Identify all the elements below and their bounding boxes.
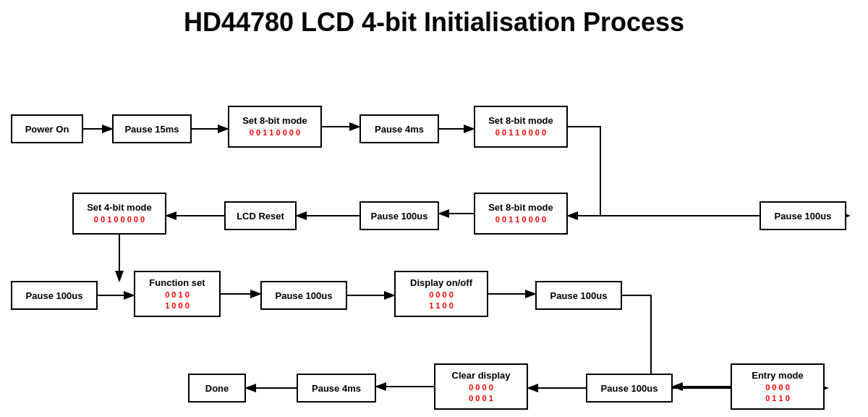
node-power-on: Power On (11, 114, 83, 143)
node-pause-100us-5: Pause 100us (535, 281, 622, 310)
node-pause-100us-4: Pause 100us (260, 281, 347, 310)
node-label-set-8bit-2: Set 8-bit mode (488, 115, 553, 126)
node-bits-function-set: 0 0 1 0 1 0 0 0 (165, 290, 190, 311)
node-set-4bit: Set 4-bit mode0 0 1 0 0 0 0 0 (72, 193, 166, 235)
node-pause-100us-2: Pause 100us (359, 201, 439, 230)
node-label-clear-display: Clear display (452, 370, 511, 381)
node-label-pause-100us-4: Pause 100us (276, 290, 333, 301)
node-pause-100us-1: Pause 100us (760, 201, 846, 230)
node-display-onoff: Display on/off0 0 0 0 1 1 0 0 (394, 271, 488, 317)
node-entry-mode: Entry mode0 0 0 0 0 1 1 0 (731, 363, 825, 410)
node-label-set-8bit-3: Set 8-bit mode (488, 202, 553, 213)
node-lcd-reset: LCD Reset (224, 201, 297, 230)
node-label-pause-100us-1: Pause 100us (775, 211, 832, 222)
node-set-8bit-2: Set 8-bit mode0 0 1 1 0 0 0 0 (474, 106, 568, 148)
node-label-function-set: Function set (149, 277, 205, 288)
node-pause-4ms-1: Pause 4ms (359, 114, 439, 143)
node-bits-set-8bit-3: 0 0 1 1 0 0 0 0 (495, 214, 546, 224)
node-label-lcd-reset: LCD Reset (237, 211, 284, 222)
node-label-pause-15ms: Pause 15ms (124, 124, 179, 135)
node-bits-set-8bit-1: 0 0 1 1 0 0 0 0 (250, 127, 300, 138)
node-pause-15ms: Pause 15ms (112, 114, 192, 143)
node-bits-clear-display: 0 0 0 0 0 0 0 1 (469, 382, 493, 403)
node-set-8bit-1: Set 8-bit mode0 0 1 1 0 0 0 0 (228, 106, 322, 148)
node-bits-display-onoff: 0 0 0 0 1 1 0 0 (429, 290, 454, 311)
node-label-pause-100us-6: Pause 100us (601, 383, 658, 394)
node-label-pause-100us-3: Pause 100us (26, 290, 83, 301)
node-label-set-4bit: Set 4-bit mode (87, 202, 152, 213)
node-function-set: Function set0 0 1 0 1 0 0 0 (134, 271, 221, 317)
node-clear-display: Clear display0 0 0 0 0 0 0 1 (434, 363, 528, 410)
node-pause-100us-3: Pause 100us (11, 281, 98, 310)
node-label-set-8bit-1: Set 8-bit mode (242, 115, 307, 126)
node-label-pause-4ms-2: Pause 4ms (312, 383, 361, 394)
page-title: HD44780 LCD 4-bit Initialisation Process (0, 0, 868, 42)
node-label-pause-100us-2: Pause 100us (371, 211, 428, 222)
node-bits-set-4bit: 0 0 1 0 0 0 0 0 (94, 214, 145, 224)
node-label-pause-100us-5: Pause 100us (550, 290, 608, 301)
node-label-entry-mode: Entry mode (752, 370, 804, 381)
node-label-done: Done (205, 383, 229, 394)
node-bits-set-8bit-2: 0 0 1 1 0 0 0 0 (495, 127, 546, 138)
diagram: Power OnPause 15msSet 8-bit mode0 0 1 1 … (0, 42, 868, 411)
node-pause-4ms-2: Pause 4ms (297, 374, 376, 403)
node-bits-entry-mode: 0 0 0 0 0 1 1 0 (765, 382, 790, 403)
node-label-pause-4ms-1: Pause 4ms (375, 124, 424, 135)
node-label-display-onoff: Display on/off (410, 277, 472, 288)
node-label-power-on: Power On (25, 124, 69, 135)
node-done: Done (188, 374, 246, 403)
node-set-8bit-3: Set 8-bit mode0 0 1 1 0 0 0 0 (474, 193, 568, 235)
node-pause-100us-6: Pause 100us (586, 374, 673, 403)
